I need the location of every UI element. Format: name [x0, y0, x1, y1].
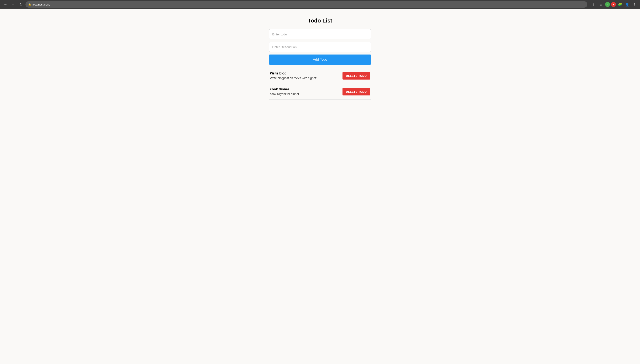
- todo-form: Add Todo: [269, 29, 371, 65]
- profile-button[interactable]: 👤: [624, 2, 630, 8]
- todo-input[interactable]: [269, 29, 371, 39]
- page-title: Todo List: [308, 18, 332, 24]
- forward-button[interactable]: →: [10, 2, 16, 8]
- address-bar[interactable]: 🔒 localhost:8080: [26, 1, 587, 8]
- todo-item: Write blog Write blogpost on mevn with s…: [269, 68, 371, 84]
- bookmark-button[interactable]: ☆: [598, 2, 604, 8]
- todo-item-description: Write blogpost on mevn with signoz: [270, 76, 342, 80]
- browser-chrome: ← → ↻ 🔒 localhost:8080 ⬆ ☆ G ● 🧩 👤 ⋮: [0, 0, 640, 9]
- extensions-button[interactable]: 🧩: [617, 2, 623, 8]
- delete-todo-button[interactable]: DELETE TODO: [342, 88, 370, 96]
- add-todo-button[interactable]: Add Todo: [269, 54, 371, 65]
- todo-item: cook dinner cook biryani for dinner DELE…: [269, 84, 371, 100]
- description-input[interactable]: [269, 42, 371, 52]
- grammarly-icon[interactable]: G: [605, 2, 610, 7]
- todo-item-content: Write blog Write blogpost on mevn with s…: [270, 72, 342, 80]
- todo-item-title: cook dinner: [270, 88, 342, 91]
- todo-item-title: Write blog: [270, 72, 342, 75]
- lock-icon: 🔒: [28, 3, 31, 6]
- delete-todo-button[interactable]: DELETE TODO: [342, 72, 370, 80]
- todo-item-content: cook dinner cook biryani for dinner: [270, 88, 342, 96]
- url-display: localhost:8080: [33, 3, 585, 6]
- todo-list: Write blog Write blogpost on mevn with s…: [269, 68, 371, 100]
- reload-button[interactable]: ↻: [18, 2, 24, 8]
- back-button[interactable]: ←: [3, 2, 9, 8]
- share-button[interactable]: ⬆: [591, 2, 597, 8]
- browser-actions: ⬆ ☆ G ● 🧩 👤 ⋮: [591, 2, 637, 8]
- page-content: Todo List Add Todo Write blog Write blog…: [0, 9, 640, 108]
- todo-item-description: cook biryani for dinner: [270, 92, 342, 96]
- extension-red-icon[interactable]: ●: [611, 2, 616, 7]
- menu-button[interactable]: ⋮: [631, 2, 637, 8]
